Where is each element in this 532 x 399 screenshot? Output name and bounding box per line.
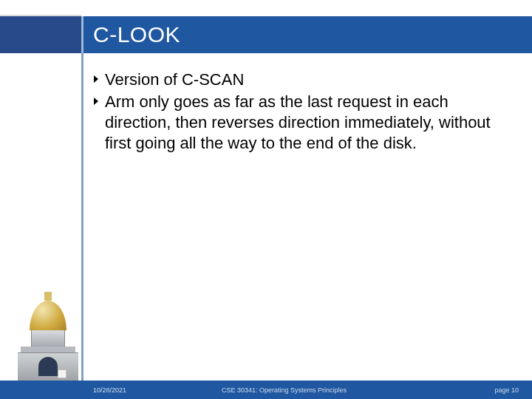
bullet-item: Arm only goes as far as the last request… — [93, 92, 510, 154]
chevron-right-icon — [93, 97, 100, 106]
slide: C-LOOK Version of C-SCAN Arm only goes a… — [0, 0, 532, 399]
slide-body: Version of C-SCAN Arm only goes as far a… — [93, 69, 510, 156]
decorative-square — [58, 369, 66, 378]
title-bar: C-LOOK — [0, 16, 532, 53]
dome-building-icon — [18, 290, 78, 381]
footer-course: CSE 30341: Operating Systems Principles — [222, 386, 347, 394]
slide-footer: 10/28/2021 CSE 30341: Operating Systems … — [0, 381, 532, 399]
chevron-right-icon — [93, 75, 100, 83]
slide-title: C-LOOK — [93, 22, 180, 47]
bullet-text: Version of C-SCAN — [105, 69, 244, 90]
bullet-text: Arm only goes as far as the last request… — [105, 92, 510, 154]
vertical-divider — [81, 53, 83, 381]
footer-date: 10/28/2021 — [93, 386, 126, 394]
bullet-item: Version of C-SCAN — [93, 69, 510, 90]
title-bg-left — [0, 16, 81, 53]
footer-page: page 10 — [494, 386, 519, 394]
title-separator — [81, 16, 83, 53]
